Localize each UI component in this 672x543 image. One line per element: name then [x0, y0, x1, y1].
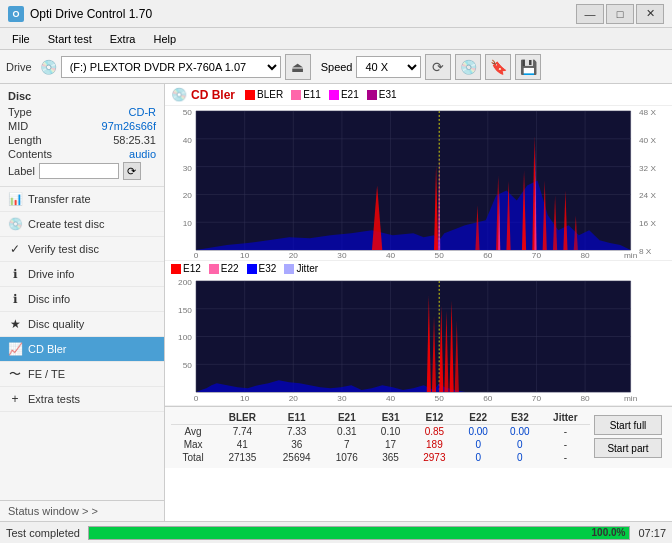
avg-e22: 0.00 [457, 425, 499, 439]
svg-text:30: 30 [337, 394, 347, 403]
status-window-button[interactable]: Status window > > [0, 500, 164, 521]
disc-info-icon: ℹ [8, 292, 22, 306]
sidebar-item-drive-info[interactable]: ℹ Drive info [0, 262, 164, 287]
refresh-button[interactable]: ⟳ [425, 54, 451, 80]
disc-header: Disc [8, 90, 156, 102]
speed-select[interactable]: 40 X 8 X 16 X 24 X 32 X 48 X [356, 56, 421, 78]
stats-header-e21: E21 [324, 411, 370, 425]
progress-pct: 100.0% [592, 527, 626, 539]
stats-header-e32: E32 [499, 411, 541, 425]
progress-bar-fill [89, 527, 629, 539]
sidebar-item-transfer-rate[interactable]: 📊 Transfer rate [0, 187, 164, 212]
svg-text:40: 40 [386, 394, 396, 403]
start-full-button[interactable]: Start full [594, 415, 662, 435]
legend-jitter: Jitter [284, 263, 318, 274]
sidebar-item-cd-bler[interactable]: 📈 CD Bler [0, 337, 164, 362]
bottom-legend-row: E12 E22 E32 Jitter [165, 261, 672, 276]
cd-bler-icon: 📈 [8, 342, 22, 356]
disc-type-key: Type [8, 106, 32, 118]
drive-info-icon: ℹ [8, 267, 22, 281]
title-bar: O Opti Drive Control 1.70 — □ ✕ [0, 0, 672, 28]
sidebar-item-disc-quality[interactable]: ★ Disc quality [0, 312, 164, 337]
svg-text:0: 0 [194, 251, 199, 260]
sidebar-item-fe-te[interactable]: 〜 FE / TE [0, 362, 164, 387]
menu-bar: File Start test Extra Help [0, 28, 672, 50]
chart-area: 💿 CD Bler BLER E11 E21 E31 [165, 84, 672, 521]
max-label: Max [171, 438, 215, 451]
total-label: Total [171, 451, 215, 464]
time-display: 07:17 [638, 527, 666, 539]
app-title: Opti Drive Control 1.70 [30, 7, 152, 21]
sidebar-item-create-test-disc[interactable]: 💿 Create test disc [0, 212, 164, 237]
start-part-button[interactable]: Start part [594, 438, 662, 458]
sidebar-item-transfer-rate-label: Transfer rate [28, 193, 91, 205]
create-test-disc-icon: 💿 [8, 217, 22, 231]
close-button[interactable]: ✕ [636, 4, 664, 24]
app-icon: O [8, 6, 24, 22]
window-controls: — □ ✕ [576, 4, 664, 24]
start-buttons: Start full Start part [590, 411, 666, 462]
menu-help[interactable]: Help [145, 31, 184, 47]
top-legend: BLER E11 E21 E31 [245, 89, 397, 100]
drive-icon: 💿 [40, 59, 57, 75]
star-button[interactable]: 🔖 [485, 54, 511, 80]
disc-button[interactable]: 💿 [455, 54, 481, 80]
legend-jitter-label: Jitter [296, 263, 318, 274]
chart-title: CD Bler [191, 88, 235, 102]
stats-header-bler: BLER [215, 411, 269, 425]
sidebar-item-drive-info-label: Drive info [28, 268, 74, 280]
sidebar-item-disc-info[interactable]: ℹ Disc info [0, 287, 164, 312]
svg-text:80: 80 [580, 251, 590, 260]
stats-row-area: BLER E11 E21 E31 E12 E22 E32 Jitter [171, 411, 666, 464]
bottom-legend: E12 E22 E32 Jitter [171, 263, 318, 274]
legend-e31-label: E31 [379, 89, 397, 100]
verify-test-disc-icon: ✓ [8, 242, 22, 256]
save-button[interactable]: 💾 [515, 54, 541, 80]
svg-text:8 X: 8 X [639, 247, 652, 256]
svg-text:40: 40 [183, 136, 193, 145]
disc-quality-icon: ★ [8, 317, 22, 331]
menu-extra[interactable]: Extra [102, 31, 144, 47]
svg-text:60: 60 [483, 394, 493, 403]
stats-header-e22: E22 [457, 411, 499, 425]
sidebar-item-extra-tests-label: Extra tests [28, 393, 80, 405]
svg-text:min: min [624, 251, 637, 260]
disc-label-key: Label [8, 165, 35, 177]
svg-text:0: 0 [194, 394, 199, 403]
max-e11: 36 [270, 438, 324, 451]
disc-type-val: CD-R [129, 106, 157, 118]
max-jitter: - [541, 438, 590, 451]
stats-area: BLER E11 E21 E31 E12 E22 E32 Jitter [165, 406, 672, 468]
menu-start-test[interactable]: Start test [40, 31, 100, 47]
legend-bler: BLER [245, 89, 283, 100]
avg-e31: 0.10 [370, 425, 412, 439]
avg-e11: 7.33 [270, 425, 324, 439]
stats-header-e12: E12 [411, 411, 457, 425]
label-refresh-btn[interactable]: ⟳ [123, 162, 141, 180]
minimize-button[interactable]: — [576, 4, 604, 24]
svg-text:30: 30 [183, 164, 193, 173]
disc-length-val: 58:25.31 [113, 134, 156, 146]
bottom-chart-svg: 200 150 100 50 0 10 20 30 40 50 60 70 80… [165, 276, 672, 405]
sidebar-item-verify-test-disc[interactable]: ✓ Verify test disc [0, 237, 164, 262]
legend-e32: E32 [247, 263, 277, 274]
svg-text:100: 100 [178, 334, 192, 343]
eject-button[interactable]: ⏏ [285, 54, 311, 80]
maximize-button[interactable]: □ [606, 4, 634, 24]
sidebar-item-disc-quality-label: Disc quality [28, 318, 84, 330]
legend-e11: E11 [291, 89, 321, 100]
sidebar-item-verify-test-disc-label: Verify test disc [28, 243, 99, 255]
stats-header-e31: E31 [370, 411, 412, 425]
sidebar-item-extra-tests[interactable]: + Extra tests [0, 387, 164, 412]
total-jitter: - [541, 451, 590, 464]
drive-select[interactable]: (F:) PLEXTOR DVDR PX-760A 1.07 [61, 56, 281, 78]
sidebar-item-fe-te-label: FE / TE [28, 368, 65, 380]
avg-jitter: - [541, 425, 590, 439]
total-bler: 27135 [215, 451, 269, 464]
label-input[interactable] [39, 163, 119, 179]
svg-text:70: 70 [532, 251, 542, 260]
menu-file[interactable]: File [4, 31, 38, 47]
svg-text:30: 30 [337, 251, 347, 260]
max-e31: 17 [370, 438, 412, 451]
legend-bler-label: BLER [257, 89, 283, 100]
